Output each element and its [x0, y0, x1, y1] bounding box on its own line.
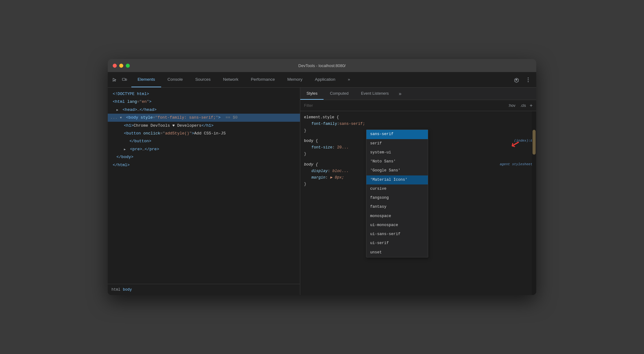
- tab-performance[interactable]: Performance: [245, 72, 281, 87]
- window-title: DevTools - localhost:8080/: [298, 63, 346, 68]
- dom-tree[interactable]: <!DOCTYPE html> <html lang="en"> ▶ <head…: [108, 88, 300, 284]
- tab-computed[interactable]: Computed: [324, 88, 355, 100]
- tab-bar-actions: [508, 72, 536, 87]
- tab-console[interactable]: Console: [161, 72, 189, 87]
- body-close-line[interactable]: </body>: [108, 153, 300, 161]
- autocomplete-dropdown[interactable]: sans-serif serif system-ui 'Noto Sans' '…: [366, 129, 428, 257]
- tab-event-listeners[interactable]: Event Listeners: [355, 88, 395, 100]
- filter-actions: :hov .cls +: [507, 103, 533, 108]
- more-options-icon[interactable]: [524, 75, 533, 84]
- tab-more[interactable]: »: [342, 72, 356, 87]
- styles-scrollbar[interactable]: [532, 111, 536, 295]
- styles-sub-tabs: Styles Computed Event Listeners »: [300, 88, 536, 100]
- head-collapsed-line[interactable]: ▶ <head>…</head>: [108, 106, 300, 114]
- title-bar: DevTools - localhost:8080/: [108, 59, 536, 72]
- autocomplete-item-6[interactable]: cursive: [366, 184, 428, 193]
- devtools-window: DevTools - localhost:8080/ Elements Cons: [108, 59, 536, 295]
- breadcrumb-html[interactable]: html: [111, 288, 120, 292]
- button-open-line[interactable]: <button onclick="addStyle()">Add CSS-in-…: [108, 129, 300, 137]
- main-content: <!DOCTYPE html> <html lang="en"> ▶ <head…: [108, 88, 536, 295]
- tab-sources[interactable]: Sources: [189, 72, 217, 87]
- autocomplete-item-1[interactable]: serif: [366, 139, 428, 148]
- settings-icon[interactable]: [512, 75, 521, 84]
- styles-content-area: element.style { font-family: sans-serif;…: [300, 111, 536, 295]
- doctype-line: <!DOCTYPE html>: [108, 90, 300, 98]
- cls-button[interactable]: .cls: [519, 103, 527, 108]
- tool-icons: [108, 72, 131, 87]
- autocomplete-item-3[interactable]: 'Noto Sans': [366, 157, 428, 166]
- svg-point-4: [528, 81, 529, 82]
- svg-rect-0: [122, 78, 125, 80]
- tab-styles[interactable]: Styles: [300, 88, 324, 100]
- add-style-button[interactable]: +: [530, 103, 533, 108]
- autocomplete-item-13[interactable]: unset: [366, 248, 428, 257]
- autocomplete-item-7[interactable]: fangsong: [366, 193, 428, 202]
- dom-breadcrumb: html body: [108, 284, 300, 295]
- tab-memory[interactable]: Memory: [281, 72, 309, 87]
- autocomplete-item-5[interactable]: 'Material Icons': [366, 175, 428, 184]
- autocomplete-item-0[interactable]: sans-serif: [366, 130, 428, 139]
- traffic-lights: [113, 64, 130, 68]
- svg-rect-1: [125, 79, 127, 80]
- autocomplete-item-12[interactable]: ui-serif: [366, 239, 428, 248]
- close-button[interactable]: [113, 64, 117, 68]
- element-style-rule: element.style { font-family: sans-serif;…: [300, 114, 536, 135]
- styles-rules[interactable]: element.style { font-family: sans-serif;…: [300, 111, 536, 295]
- scrollbar-thumb[interactable]: [533, 130, 536, 155]
- styles-filter-input[interactable]: [304, 103, 507, 108]
- pre-collapsed-line[interactable]: ▶ <pre>…</pre>: [108, 145, 300, 153]
- tab-application[interactable]: Application: [309, 72, 342, 87]
- autocomplete-item-4[interactable]: 'Google Sans': [366, 166, 428, 175]
- tab-elements[interactable]: Elements: [131, 72, 161, 87]
- font-family-property: font-family: sans-serif; ↙ sans-serif se…: [304, 121, 533, 127]
- tab-network[interactable]: Network: [217, 72, 245, 87]
- autocomplete-item-10[interactable]: ui-monospace: [366, 221, 428, 230]
- device-toolbar-icon[interactable]: [120, 75, 129, 84]
- styles-tab-more[interactable]: »: [395, 88, 405, 100]
- autocomplete-item-11[interactable]: ui-sans-serif: [366, 230, 428, 239]
- svg-point-3: [528, 79, 529, 80]
- element-style-selector: element.style {: [304, 114, 533, 121]
- html-tag-line: <html lang="en">: [108, 98, 300, 106]
- main-tabs: Elements Console Sources Network Perform…: [131, 72, 508, 87]
- autocomplete-item-2[interactable]: system-ui: [366, 148, 428, 157]
- button-close-line[interactable]: </button>: [108, 137, 300, 145]
- main-tab-bar: Elements Console Sources Network Perform…: [108, 72, 536, 88]
- body-tag-line[interactable]: ... ▼ <body style="font-family: sans-ser…: [108, 114, 300, 121]
- breadcrumb-body[interactable]: body: [123, 288, 132, 292]
- autocomplete-item-9[interactable]: monospace: [366, 212, 428, 221]
- inspect-element-icon[interactable]: [110, 75, 119, 84]
- svg-point-2: [528, 77, 529, 78]
- hov-button[interactable]: :hov: [507, 103, 517, 108]
- html-close-line[interactable]: </html>: [108, 161, 300, 169]
- h1-line[interactable]: <h1>Chrome DevTools ♥ Developers</h1>: [108, 122, 300, 129]
- styles-filter-bar: :hov .cls +: [300, 100, 536, 111]
- dom-panel: <!DOCTYPE html> <html lang="en"> ▶ <head…: [108, 88, 300, 295]
- maximize-button[interactable]: [126, 64, 130, 68]
- styles-panel: Styles Computed Event Listeners » :hov .…: [300, 88, 536, 295]
- autocomplete-item-8[interactable]: fantasy: [366, 202, 428, 211]
- minimize-button[interactable]: [119, 64, 123, 68]
